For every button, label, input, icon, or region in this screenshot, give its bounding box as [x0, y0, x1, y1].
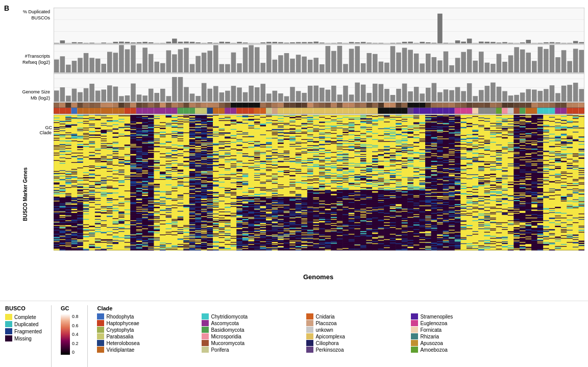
clade-cnidaria: Cnidaria	[306, 313, 408, 320]
clade-asco: Ascomycota	[202, 320, 304, 326]
busco-missing-swatch	[5, 335, 12, 341]
gc-tick-04: 0.4	[72, 332, 79, 337]
gc-tick-0: 0	[72, 350, 79, 355]
gc-legend: GC 0.8 0.6 0.4 0.2 0	[61, 305, 79, 367]
y-label-gc: GC	[44, 125, 52, 130]
clade-hetero-swatch	[97, 340, 104, 346]
clade-apicomplexa: Apicomplexa	[306, 333, 408, 339]
busco-duplicated-label: Duplicated	[14, 322, 38, 327]
gc-gradient	[61, 314, 70, 355]
gc-legend-title: GC	[61, 305, 79, 311]
clade-hetero: Heterolobosea	[97, 340, 199, 346]
clade-basidio: Basidiomycota	[202, 327, 304, 333]
gc-tick-02: 0.2	[72, 341, 79, 346]
clade-rhizaria-swatch	[411, 333, 418, 339]
gc-tick-06: 0.6	[72, 323, 79, 328]
clade-apusozoa: Apusozoa	[411, 340, 513, 346]
clade-microspor: Microsporidia	[202, 333, 304, 339]
clade-porifera-swatch	[202, 347, 209, 353]
clade-parabas-swatch	[97, 333, 104, 339]
clade-mucoro-swatch	[202, 340, 209, 346]
clade-stramenopiles: Stramenopiles	[411, 313, 513, 320]
busco-legend: BUSCO Complete Duplicated Fragmented Mis…	[5, 305, 42, 367]
busco-complete: Complete	[5, 314, 42, 320]
clade-crypto-swatch	[97, 327, 104, 333]
main-chart	[54, 8, 584, 283]
clade-chytrid: Chytridiomycota	[202, 313, 304, 320]
clade-hapto: Haptophyceae	[97, 320, 199, 326]
clade-perkins: Perkinsozoa	[306, 347, 408, 353]
main-container: B % DuplicatedBUSCOs #TranscriptsRefseq …	[0, 0, 588, 367]
clade-microspor-swatch	[202, 333, 209, 339]
y-label-busco: BUSCO Marker Genes	[3, 148, 48, 240]
legend-divider-2	[87, 305, 88, 367]
clade-hapto-swatch	[97, 320, 104, 326]
busco-fragmented-label: Fragmented	[14, 329, 42, 334]
clade-unkown: unkown	[306, 327, 408, 333]
clade-basidio-swatch	[202, 327, 209, 333]
gc-tick-08: 0.8	[72, 314, 79, 319]
y-label-clade: Clade	[38, 130, 52, 135]
clade-euglenozoa-swatch	[411, 320, 418, 326]
gc-labels: 0.8 0.6 0.4 0.2 0	[72, 314, 79, 355]
clade-viridiplantae-swatch	[97, 347, 104, 353]
y-label-duplicated: % DuplicatedBUSCOs	[4, 9, 50, 21]
clade-rhodophyta-swatch	[97, 313, 104, 320]
clade-perkins-swatch	[306, 347, 313, 353]
clade-porifera: Porifera	[202, 347, 304, 353]
clade-placozoa-swatch	[306, 320, 313, 326]
busco-fragmented: Fragmented	[5, 328, 42, 334]
busco-duplicated: Duplicated	[5, 321, 42, 327]
x-axis-label: Genomes	[54, 273, 583, 281]
clade-stramenopiles-swatch	[411, 313, 418, 320]
clade-amoebo: Amoebozoa	[411, 347, 513, 353]
clade-legend: Clade Rhodophyta Chytridiomycota Cnidari…	[97, 305, 513, 367]
clade-parabas: Parabasalia	[97, 333, 199, 339]
clade-ciliophora: Ciliophora	[306, 340, 408, 346]
clade-ciliophora-swatch	[306, 340, 313, 346]
clade-fornicata: Fornicata	[411, 327, 513, 333]
clade-cnidaria-swatch	[306, 313, 313, 320]
busco-complete-label: Complete	[14, 314, 36, 320]
busco-complete-swatch	[5, 314, 12, 320]
y-label-transcripts: #TranscriptsRefseq (log2)	[4, 54, 50, 65]
clade-fornicata-swatch	[411, 327, 418, 333]
y-label-genome: Genome SizeMb (log2)	[4, 89, 50, 101]
clade-mucoro: Mucoromycota	[202, 340, 304, 346]
busco-missing-label: Missing	[14, 336, 32, 341]
busco-missing: Missing	[5, 335, 42, 341]
clade-viridiplantae: Viridiplantae	[97, 347, 199, 353]
busco-legend-title: BUSCO	[5, 305, 42, 311]
clade-apusozoa-swatch	[411, 340, 418, 346]
legend-divider-1	[51, 305, 52, 367]
clade-euglenozoa: Euglenozoa	[411, 320, 513, 326]
clade-rhizaria: Rhizaria	[411, 333, 513, 339]
busco-fragmented-swatch	[5, 328, 12, 334]
clade-legend-title: Clade	[97, 305, 513, 311]
clade-rhodophyta: Rhodophyta	[97, 313, 199, 320]
clade-apicomplexa-swatch	[306, 333, 313, 339]
clade-chytrid-swatch	[202, 313, 209, 320]
legend-area: BUSCO Complete Duplicated Fragmented Mis…	[0, 301, 588, 367]
clade-amoebo-swatch	[411, 347, 418, 353]
clade-placozoa: Placozoa	[306, 320, 408, 326]
busco-duplicated-swatch	[5, 321, 12, 327]
clade-unkown-swatch	[306, 327, 313, 333]
clade-crypto: Cryptophyta	[97, 327, 199, 333]
clade-asco-swatch	[202, 320, 209, 326]
